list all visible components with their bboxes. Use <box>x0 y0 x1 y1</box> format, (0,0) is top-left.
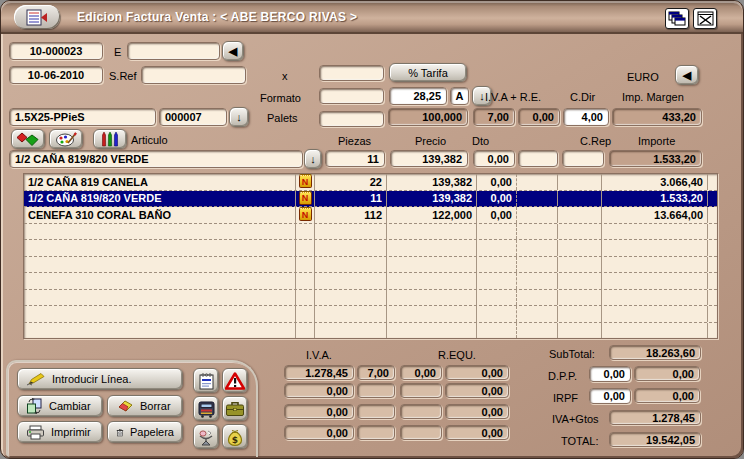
date-field[interactable]: 10-06-2010 <box>9 66 103 84</box>
palette-button[interactable] <box>49 129 83 149</box>
table-row-empty[interactable] <box>24 224 717 241</box>
serie-field[interactable]: 000007 <box>159 108 227 126</box>
dto-field[interactable]: 0,00 <box>473 150 515 167</box>
down-arrow-icon: ↓ <box>236 112 242 123</box>
iva-totals-label: I.V.A. <box>306 349 332 361</box>
cascade-button[interactable] <box>665 8 689 29</box>
subtotal-label: SubTotal: <box>549 348 595 360</box>
importe-label: Importe <box>638 135 675 147</box>
register-button[interactable] <box>193 396 219 421</box>
scale-icon <box>196 428 216 446</box>
tarifa-letter-field[interactable]: A <box>450 87 469 105</box>
cell-dto: 0,00 <box>477 191 517 207</box>
piezas-label: Piezas <box>338 135 371 147</box>
formato-field[interactable] <box>319 88 384 104</box>
iva-base-field-4: 0,00 <box>284 425 354 440</box>
iva-pct-field-1: 7,00 <box>357 365 395 380</box>
shapes-button[interactable] <box>11 129 45 149</box>
cell-precio: 139,382 <box>387 191 477 207</box>
toolbox-button[interactable] <box>222 396 248 421</box>
down-arrow-icon: ↓ <box>310 154 316 165</box>
irpf-pct-field[interactable]: 0,00 <box>589 388 631 404</box>
moneybag-button[interactable]: $ <box>222 424 248 449</box>
color-bars-button[interactable] <box>93 129 127 149</box>
color-bars-icon <box>100 131 120 147</box>
table-row[interactable]: 1/2 CAÑA 819 CANELA N 22 139,382 0,00 3.… <box>24 174 717 191</box>
borrar-label: Borrar <box>140 400 171 412</box>
table-row-empty[interactable] <box>24 240 717 257</box>
cell-piezas: 22 <box>315 174 387 190</box>
precio-field[interactable]: 139,382 <box>390 150 468 167</box>
cdir-field[interactable]: 4,00 <box>563 108 609 126</box>
cambiar-button[interactable]: Cambiar <box>17 395 103 417</box>
new-line-flag: N <box>299 192 312 205</box>
iva-base-field-3: 0,00 <box>284 404 354 419</box>
close-button[interactable] <box>693 8 717 29</box>
crep-field[interactable] <box>562 150 604 167</box>
articulo-dropdown-button[interactable]: ↓ <box>304 149 322 169</box>
serie-dropdown-button[interactable]: ↓ <box>229 107 249 127</box>
sref-field[interactable] <box>141 66 246 84</box>
cell-articulo: CENEFA 310 CORAL BAÑO <box>24 207 296 223</box>
table-row-empty[interactable] <box>24 323 717 339</box>
trash-icon <box>116 425 124 440</box>
euro-label: EURO <box>627 71 659 83</box>
precio-label: Precio <box>415 135 446 147</box>
palets-field[interactable] <box>319 111 384 127</box>
imp-margen-field: 433,20 <box>612 108 702 126</box>
title-bar: Edicion Factura Venta : < ABE BERCO RIVA… <box>1 1 743 34</box>
requ-pct-field-2 <box>400 383 442 398</box>
swap-pages-icon <box>26 398 43 414</box>
eraser-icon <box>116 399 134 413</box>
register-icon <box>197 400 216 418</box>
requ-pct-field-4 <box>400 425 442 440</box>
imprimir-button[interactable]: Imprimir <box>17 421 103 443</box>
iva-pct-field-2 <box>357 383 395 398</box>
imp-margen-label: Imp. Margen <box>622 91 684 103</box>
dto-label: Dto <box>472 135 489 147</box>
e-prev-button[interactable]: ◀ <box>222 41 244 61</box>
cell-importe: 3.066,40 <box>602 174 708 190</box>
sref-label: S.Ref <box>109 70 137 82</box>
articulo-label: Articulo <box>131 134 168 146</box>
introducir-linea-label: Introducir Línea. <box>52 373 132 385</box>
x-field[interactable] <box>319 65 384 81</box>
articulo-field[interactable]: 1/2 CAÑA 819/820 VERDE <box>9 150 303 168</box>
scale-button[interactable] <box>193 424 219 449</box>
borrar-button[interactable]: Borrar <box>107 395 183 417</box>
formato-label: Formato <box>260 92 301 104</box>
new-line-flag: N <box>299 175 312 188</box>
table-row[interactable]: 1/2 CAÑA 819/820 VERDE N 11 139,382 0,00… <box>24 191 717 208</box>
notes-button[interactable] <box>193 368 219 393</box>
table-row-empty[interactable] <box>24 257 717 274</box>
window-title: Edicion Factura Venta : < ABE BERCO RIVA… <box>77 10 357 24</box>
papelera-button[interactable]: Papelera <box>107 421 183 443</box>
iva-base-field-1: 1.278,45 <box>284 365 354 380</box>
dpp-pct-field[interactable]: 0,00 <box>589 366 631 382</box>
tarifa-pct-field[interactable]: 28,25 <box>389 87 447 105</box>
table-row-empty[interactable] <box>24 273 717 290</box>
iva-pct-field: 7,00 <box>473 108 515 126</box>
warning-button[interactable] <box>222 368 248 393</box>
window-menu-button[interactable] <box>14 5 60 29</box>
palette-icon <box>55 131 77 147</box>
invoice-lines-table[interactable]: 1/2 CAÑA 819 CANELA N 22 139,382 0,00 3.… <box>23 173 718 339</box>
currency-toggle-button[interactable]: ◀ <box>675 65 699 85</box>
cell-articulo: 1/2 CAÑA 819/820 VERDE <box>24 191 296 207</box>
piezas-field[interactable]: 11 <box>325 150 385 167</box>
cell-importe: 13.664,00 <box>602 207 708 223</box>
product-code-field[interactable]: 1.5X25-PPieS <box>9 108 156 126</box>
table-row-empty[interactable] <box>24 306 717 323</box>
total-label: TOTAL: <box>561 435 599 447</box>
invoice-number-field[interactable]: 10-000023 <box>9 42 103 60</box>
tarifa-button[interactable]: % Tarifa <box>389 63 467 82</box>
introducir-linea-button[interactable]: Introducir Línea. <box>17 368 183 390</box>
iva-base-field-2: 0,00 <box>284 383 354 398</box>
total-field: 19.542,05 <box>609 432 701 447</box>
requ-amount-field-4: 0,00 <box>445 425 509 440</box>
invoice-doc-icon <box>26 9 48 26</box>
table-row[interactable]: CENEFA 310 CORAL BAÑO N 112 122,000 0,00… <box>24 207 717 224</box>
extra-field[interactable] <box>518 150 558 167</box>
table-row-empty[interactable] <box>24 290 717 307</box>
e-field[interactable] <box>127 42 220 60</box>
